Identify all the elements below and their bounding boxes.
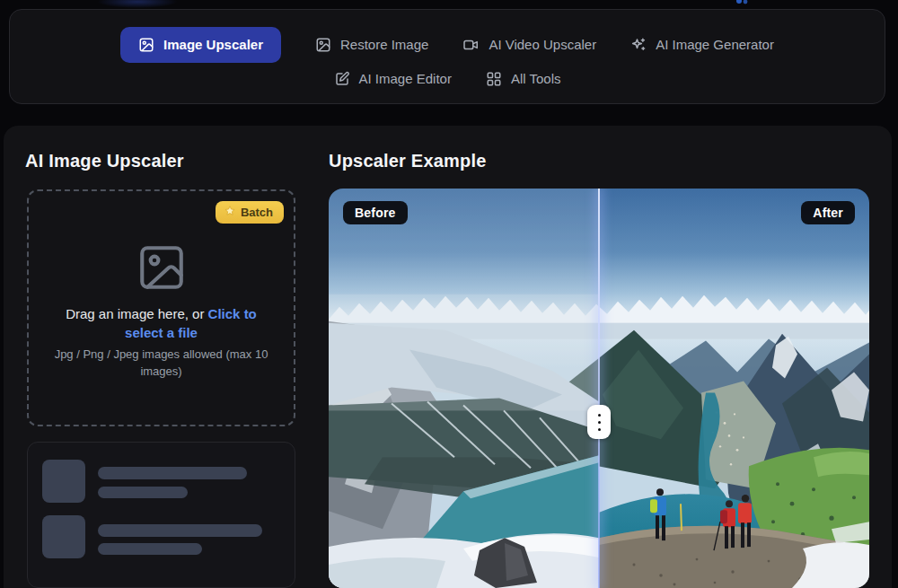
nav-tab-restore-image[interactable]: Restore Image (315, 37, 428, 53)
restore-image-icon (315, 37, 331, 53)
top-left-glow (97, 0, 178, 8)
top-navigation: Image Upscaler Restore Image AI Video Up… (9, 9, 885, 104)
batch-label: Batch (241, 206, 273, 219)
nav-tab-ai-video-upscaler[interactable]: AI Video Upscaler (462, 37, 596, 53)
skeleton-line (98, 487, 188, 498)
skeleton-thumbnail (42, 460, 85, 503)
edit-icon (334, 71, 350, 87)
after-badge: After (801, 201, 855, 224)
sparkles-icon (630, 37, 647, 53)
batch-badge[interactable]: Batch (216, 201, 284, 224)
skeleton-line (98, 543, 202, 555)
skeleton-line (98, 524, 262, 537)
allowed-formats-note: Jpg / Png / Jpeg images allowed (max 10 … (44, 346, 279, 380)
nav-tab-label: All Tools (511, 71, 561, 86)
nav-row-1: Image Upscaler Restore Image AI Video Up… (120, 27, 774, 63)
nav-tab-label: AI Image Generator (656, 37, 774, 52)
nav-tab-label: Restore Image (340, 37, 428, 52)
skeleton-thumbnail (42, 515, 85, 558)
star-icon (224, 205, 236, 220)
upload-dropzone[interactable]: Batch Drag an image here, or Click to se… (27, 189, 295, 426)
nav-tab-label: AI Video Upscaler (489, 37, 596, 52)
before-badge: Before (343, 201, 408, 224)
uploader-title: AI Image Upscaler (25, 151, 184, 171)
nav-tab-label: AI Image Editor (359, 71, 452, 86)
handle-dot (598, 428, 601, 431)
nav-tab-ai-image-editor[interactable]: AI Image Editor (334, 71, 452, 87)
handle-dot (598, 414, 601, 417)
comparison-divider (598, 189, 600, 588)
nav-tab-image-upscaler[interactable]: Image Upscaler (120, 27, 281, 63)
drag-instruction: Drag an image here, or Click to select a… (49, 304, 274, 342)
nav-tab-label: Image Upscaler (163, 37, 263, 52)
skeleton-line (98, 467, 247, 479)
image-icon (138, 37, 154, 53)
handle-dot (598, 421, 601, 424)
before-after-comparison: Before After (329, 189, 869, 588)
nav-tab-all-tools[interactable]: All Tools (486, 71, 561, 87)
nav-row-2: AI Image Editor All Tools (334, 71, 561, 87)
comparison-drag-handle[interactable] (587, 405, 611, 439)
video-icon (462, 37, 480, 53)
example-title: Upscaler Example (329, 151, 487, 171)
image-placeholder-icon (136, 241, 188, 297)
drag-instruction-prefix: Drag an image here, or (66, 306, 207, 321)
nav-tab-ai-image-generator[interactable]: AI Image Generator (630, 37, 774, 53)
grid-icon (486, 71, 502, 87)
skeleton-card (27, 442, 295, 588)
